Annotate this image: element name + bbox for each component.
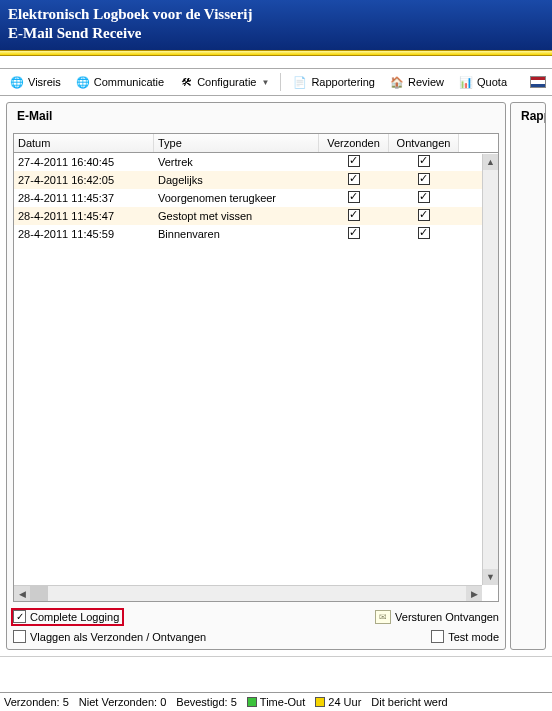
cell-verzonden [319, 188, 389, 208]
rapport-panel-title: Rapp [517, 109, 539, 123]
app-title: Elektronisch Logboek voor de Visserij [8, 6, 544, 23]
complete-logging-checkbox[interactable]: ✓ [13, 610, 26, 623]
menu-configuratie[interactable]: 🛠 Configuratie ▼ [173, 72, 274, 92]
complete-logging-row: ✓ Complete Logging [13, 608, 252, 626]
status-24uur-label: 24 Uur [328, 696, 361, 708]
status-bericht: Dit bericht werd [371, 696, 447, 708]
table-row[interactable]: 28-4-2011 11:45:37Voorgenomen terugkeer [14, 189, 498, 207]
status-timeout: Time-Out [247, 696, 305, 708]
chevron-down-icon: ▼ [261, 78, 269, 87]
house-icon: 🏠 [389, 74, 405, 90]
check-icon [348, 227, 360, 239]
cell-ontvangen [389, 188, 459, 208]
email-table: Datum Type Verzonden Ontvangen 27-4-2011… [13, 133, 499, 602]
horizontal-scrollbar[interactable]: ◀ ▶ [14, 585, 482, 601]
report-icon: 📄 [292, 74, 308, 90]
cell-verzonden [319, 206, 389, 226]
check-icon [418, 209, 430, 221]
check-icon [418, 227, 430, 239]
cell-datum: 28-4-2011 11:45:47 [14, 207, 154, 225]
table-row[interactable]: 28-4-2011 11:45:59Binnenvaren [14, 225, 498, 243]
menu-separator [280, 73, 281, 91]
yellow-square-icon [315, 697, 325, 707]
table-row[interactable]: 28-4-2011 11:45:47Gestopt met vissen [14, 207, 498, 225]
cell-verzonden [319, 224, 389, 244]
rapport-panel: Rapp [510, 102, 546, 650]
menu-communicatie-label: Communicatie [94, 76, 164, 88]
menu-rapportering[interactable]: 📄 Rapportering [287, 72, 380, 92]
check-icon [348, 191, 360, 203]
menu-quota-label: Quota [477, 76, 507, 88]
send-receive-icon[interactable]: ✉ [375, 610, 391, 624]
globe-icon: 🌐 [9, 74, 25, 90]
cell-ontvangen [389, 170, 459, 190]
globe-icon: 🌐 [75, 74, 91, 90]
status-verzonden: Verzonden: 5 [4, 696, 69, 708]
versturen-ontvangen-row: ✉ Versturen Ontvangen [260, 610, 499, 624]
cell-type: Gestopt met vissen [154, 207, 319, 225]
cell-type: Vertrek [154, 153, 319, 171]
col-header-type[interactable]: Type [154, 134, 319, 152]
versturen-ontvangen-label[interactable]: Versturen Ontvangen [395, 611, 499, 623]
cell-datum: 27-4-2011 16:40:45 [14, 153, 154, 171]
email-panel: E-Mail Datum Type Verzonden Ontvangen 27… [6, 102, 506, 650]
test-mode-checkbox[interactable] [431, 630, 444, 643]
app-subtitle: E-Mail Send Receive [8, 25, 544, 42]
green-square-icon [247, 697, 257, 707]
wrench-icon: 🛠 [178, 74, 194, 90]
cell-type: Binnenvaren [154, 225, 319, 243]
status-bevestigd: Bevestigd: 5 [176, 696, 237, 708]
check-icon [418, 191, 430, 203]
table-row[interactable]: 27-4-2011 16:42:05Dagelijks [14, 171, 498, 189]
menubar: 🌐 Visreis 🌐 Communicatie 🛠 Configuratie … [0, 68, 552, 96]
menu-review[interactable]: 🏠 Review [384, 72, 449, 92]
vertical-scrollbar[interactable]: ▲ ▼ [482, 154, 498, 585]
complete-logging-label: Complete Logging [30, 611, 119, 623]
cell-datum: 28-4-2011 11:45:59 [14, 225, 154, 243]
cell-verzonden [319, 170, 389, 190]
check-icon [348, 155, 360, 167]
table-row[interactable]: 27-4-2011 16:40:45Vertrek [14, 153, 498, 171]
scroll-left-icon[interactable]: ◀ [14, 586, 30, 601]
scroll-up-icon[interactable]: ▲ [483, 154, 498, 170]
titlebar: Elektronisch Logboek voor de Visserij E-… [0, 0, 552, 50]
menu-review-label: Review [408, 76, 444, 88]
menu-communicatie[interactable]: 🌐 Communicatie [70, 72, 169, 92]
menu-quota[interactable]: 📊 Quota [453, 72, 512, 92]
check-icon [348, 173, 360, 185]
cell-type: Voorgenomen terugkeer [154, 189, 319, 207]
status-timeout-label: Time-Out [260, 696, 305, 708]
cell-ontvangen [389, 206, 459, 226]
cell-ontvangen [389, 224, 459, 244]
cell-type: Dagelijks [154, 171, 319, 189]
vlaggen-label: Vlaggen als Verzonden / Ontvangen [30, 631, 206, 643]
vlaggen-checkbox[interactable] [13, 630, 26, 643]
test-mode-label: Test mode [448, 631, 499, 643]
vlaggen-row: Vlaggen als Verzonden / Ontvangen [13, 630, 252, 643]
col-header-ontvangen[interactable]: Ontvangen [389, 134, 459, 152]
col-header-datum[interactable]: Datum [14, 134, 154, 152]
check-icon [348, 209, 360, 221]
check-icon [418, 155, 430, 167]
flag-nl-icon[interactable] [530, 76, 546, 88]
col-header-verzonden[interactable]: Verzonden [319, 134, 389, 152]
cell-datum: 27-4-2011 16:42:05 [14, 171, 154, 189]
email-panel-title: E-Mail [13, 109, 499, 123]
cell-datum: 28-4-2011 11:45:37 [14, 189, 154, 207]
highlight-box: ✓ Complete Logging [11, 608, 124, 626]
scroll-thumb[interactable] [30, 586, 48, 601]
statusbar: Verzonden: 5 Niet Verzonden: 0 Bevestigd… [0, 692, 552, 711]
scroll-right-icon[interactable]: ▶ [466, 586, 482, 601]
scroll-down-icon[interactable]: ▼ [483, 569, 498, 585]
menu-visreis-label: Visreis [28, 76, 61, 88]
status-niet-verzonden: Niet Verzonden: 0 [79, 696, 166, 708]
menu-visreis[interactable]: 🌐 Visreis [4, 72, 66, 92]
test-mode-row: Test mode [260, 630, 499, 643]
status-24uur: 24 Uur [315, 696, 361, 708]
check-icon [418, 173, 430, 185]
chart-icon: 📊 [458, 74, 474, 90]
menu-configuratie-label: Configuratie [197, 76, 256, 88]
menu-rapportering-label: Rapportering [311, 76, 375, 88]
